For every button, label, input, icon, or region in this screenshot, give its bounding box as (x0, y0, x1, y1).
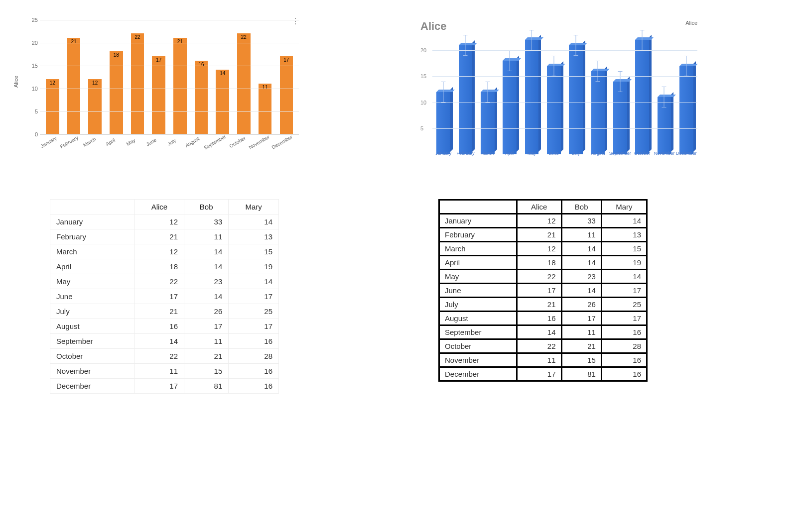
table-row: October222128 (50, 349, 279, 364)
bar (635, 40, 649, 154)
value-cell: 13 (601, 228, 647, 242)
bar (503, 61, 516, 154)
value-cell: 11 (561, 228, 601, 242)
plot-area: 122112182217211614221117 0510152025 (40, 20, 299, 134)
x-tick: March (477, 151, 499, 156)
value-cell: 14 (561, 242, 601, 256)
y-tick: 0 (26, 131, 38, 137)
y-tick: 15 (420, 73, 426, 79)
x-tick: April (499, 151, 521, 156)
value-cell: 16 (517, 312, 561, 325)
gridline (432, 50, 697, 51)
value-cell: 11 (561, 325, 601, 339)
bar-value-label: 21 (71, 39, 76, 44)
bar: 18 (110, 51, 123, 134)
table-row: May222314 (50, 274, 279, 289)
bar-value-label: 12 (92, 80, 98, 86)
value-cell: 21 (517, 228, 561, 242)
plot-area: JanuaryFebruaryMarchAprilMayJuneJulyAugu… (432, 35, 697, 154)
bar (547, 66, 560, 154)
bar: 14 (216, 70, 229, 134)
x-tick: May (521, 151, 542, 156)
error-bar (576, 35, 576, 56)
value-cell: 12 (134, 214, 184, 229)
table-row: December178116 (439, 367, 647, 381)
bar (613, 82, 627, 154)
table-row: November111516 (439, 353, 647, 367)
value-cell: 17 (229, 289, 279, 304)
gridline (432, 128, 697, 129)
bar-value-label: 22 (134, 34, 140, 40)
value-cell: 12 (517, 214, 561, 228)
month-cell: October (50, 349, 135, 364)
value-cell: 23 (184, 274, 229, 289)
value-cell: 16 (229, 379, 279, 394)
bar-value-label: 17 (156, 57, 161, 63)
value-cell: 14 (184, 244, 229, 259)
value-cell: 14 (561, 284, 601, 298)
chart-title: Alice (420, 20, 447, 33)
value-cell: 14 (134, 334, 184, 349)
value-cell: 11 (184, 229, 229, 244)
value-cell: 15 (561, 353, 601, 367)
x-tick: September (203, 134, 227, 151)
x-tick: January (432, 151, 454, 156)
month-cell: January (439, 214, 517, 228)
x-tick: July (565, 151, 587, 156)
gridline (40, 20, 299, 20)
error-bar (553, 56, 554, 77)
value-cell: 21 (134, 304, 184, 319)
value-cell: 22 (517, 339, 561, 353)
value-cell: 16 (601, 353, 647, 367)
gridline (432, 103, 697, 103)
bar (459, 45, 472, 154)
chart-legend: Alice (685, 20, 697, 26)
table-row: November111516 (50, 364, 279, 379)
column-header: Mary (601, 200, 647, 214)
table-row: January123314 (439, 214, 647, 228)
error-bar (664, 87, 664, 107)
bar: 17 (152, 56, 165, 134)
y-tick: 25 (26, 17, 38, 23)
x-tick: November (653, 151, 675, 156)
gridline (40, 134, 299, 135)
value-cell: 16 (134, 319, 184, 334)
value-cell: 17 (229, 319, 279, 334)
y-tick: 20 (26, 40, 38, 46)
month-cell: February (439, 228, 517, 242)
table-row: August161717 (50, 319, 279, 334)
x-tick: August (182, 134, 203, 149)
x-tick: August (587, 151, 609, 156)
month-cell: November (50, 364, 135, 379)
month-cell: August (439, 312, 517, 325)
error-bar (620, 71, 620, 92)
table-row: April181419 (50, 259, 279, 274)
gridline (40, 89, 299, 89)
bar (591, 71, 605, 154)
month-cell: March (439, 242, 517, 256)
y-tick: 5 (26, 108, 38, 114)
value-cell: 12 (134, 244, 184, 259)
value-cell: 33 (184, 214, 229, 229)
value-cell: 14 (229, 274, 279, 289)
data-table-light: AliceBobMary January123314February211113… (50, 199, 279, 394)
value-cell: 21 (561, 339, 601, 353)
x-tick: December (270, 134, 293, 150)
value-cell: 26 (561, 298, 601, 312)
bar: 21 (67, 38, 80, 134)
table-row: February211113 (439, 228, 647, 242)
table-row: October222128 (439, 339, 647, 353)
month-cell: February (50, 229, 135, 244)
table-row: July212625 (439, 298, 647, 312)
value-cell: 18 (134, 259, 184, 274)
data-table-heavy: AliceBobMary January123314February211113… (438, 199, 648, 382)
error-bar (465, 35, 466, 56)
table-row: June171417 (439, 284, 647, 298)
column-header: Bob (184, 200, 229, 214)
value-cell: 19 (601, 256, 647, 270)
column-header (50, 200, 135, 214)
value-cell: 21 (517, 298, 561, 312)
value-cell: 16 (601, 367, 647, 381)
x-tick: March (79, 134, 100, 149)
bar (569, 45, 582, 154)
